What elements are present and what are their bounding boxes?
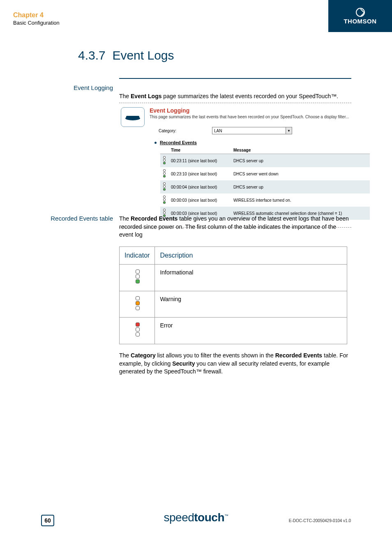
error-indicator-icon [136,322,139,337]
section-title: Event Logs [112,48,174,62]
thomson-logo-icon [356,8,365,17]
event-logs-screenshot: The Event Logs page summarizes the lates… [119,78,351,228]
warning-indicator-icon [136,295,139,311]
traffic-light-icon [163,195,166,204]
recorded-events-heading[interactable]: Recorded Events [160,140,197,145]
traffic-light-icon [163,182,166,191]
bullet-icon [154,142,157,144]
traffic-light-icon [163,169,166,178]
col-message: Message [231,147,370,154]
traffic-light-icon [163,156,166,165]
indicator-table: Indicator Description Informational Warn… [119,246,347,344]
category-label: Category: [159,129,212,133]
brand-header: THOMSON [328,0,392,32]
recorded-events-table: Time Message 00:23:11 (since last boot) … [160,147,370,220]
svg-rect-1 [126,116,139,118]
doc-reference: E-DOC-CTC-20050429-0104 v1.0 [289,518,351,523]
router-icon [121,107,145,127]
page-number: 60 [41,515,54,526]
screenshot-title: Event Logging [150,107,351,114]
col-time: Time [168,147,231,154]
section-heading: 4.3.7 Event Logs [78,48,174,62]
indicator-row: Warning [120,291,347,318]
category-paragraph: The Category list allows you to filter t… [119,352,349,376]
event-row: 00:00:04 (since last boot) DHCS server u… [160,180,370,193]
side-label-recorded-events: Recorded Events table [41,215,113,222]
col-description: Description [155,246,347,264]
brand-name: THOMSON [344,18,376,25]
col-indicator: Indicator [120,246,155,264]
indicator-row: Error [120,318,347,344]
event-row: 00:23:10 (since last boot) DHCS server w… [160,167,370,180]
chapter-title: Chapter 4 [13,12,60,19]
category-value: LAN [214,129,222,133]
chapter-subtitle: Basic Configuration [13,20,60,26]
screenshot-description: This page summarizes the last events tha… [150,115,351,120]
chapter-block: Chapter 4 Basic Configuration [13,12,60,26]
intro-paragraph: The Event Logs page summarizes the lates… [119,93,351,99]
event-row: 00:00:03 (since last boot) WIRELESS inte… [160,193,370,207]
side-label-event-logging: Event Logging [41,84,113,91]
recorded-events-paragraph: The Recorded Events table gives you an o… [119,215,349,239]
section-number: 4.3.7 [78,48,106,62]
dropdown-arrow-icon: ▼ [286,127,292,134]
indicator-row: Informational [120,265,347,291]
event-row: 00:23:11 (since last boot) DHCS server u… [160,154,370,168]
recorded-events-section: The Recorded Events table gives you an o… [119,215,349,376]
info-indicator-icon [136,269,139,284]
category-select[interactable]: LAN ▼ [212,127,292,134]
